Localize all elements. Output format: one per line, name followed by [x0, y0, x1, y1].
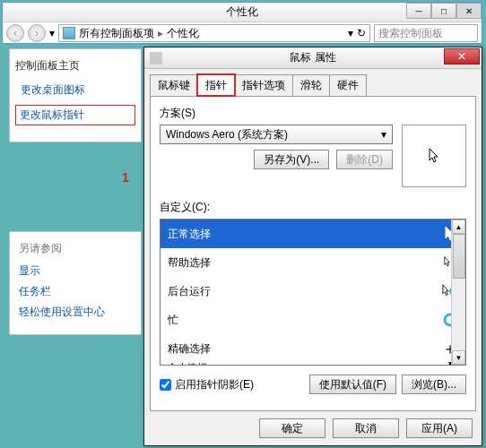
- list-item[interactable]: 精确选择 ＋: [161, 334, 465, 363]
- apply-button[interactable]: 应用(A): [406, 418, 473, 438]
- list-item-label: 后台运行: [168, 284, 211, 299]
- breadcrumb-root[interactable]: 所有控制面板项: [79, 26, 154, 41]
- window-controls: ─ □ ✕: [406, 3, 482, 19]
- dialog-icon: [150, 52, 162, 65]
- list-item[interactable]: 忙: [161, 306, 465, 334]
- cursor-preview-box: [402, 125, 466, 187]
- list-item-label: 帮助选择: [168, 255, 211, 271]
- scroll-down-icon[interactable]: ▼: [452, 350, 465, 365]
- tab-pointers[interactable]: 指针: [197, 74, 235, 96]
- see-also-panel: 另请参阅 显示 任务栏 轻松使用设置中心: [9, 231, 142, 335]
- address-bar[interactable]: 所有控制面板项 ▸ 个性化 ▾ ↻: [58, 24, 370, 42]
- address-dropdown-icon[interactable]: ▾: [348, 27, 353, 39]
- list-item[interactable]: 后台运行: [161, 277, 465, 306]
- annotation-1: 1: [122, 170, 129, 185]
- window-title: 个性化: [226, 4, 258, 20]
- tab-pointer-options[interactable]: 指针选项: [234, 74, 293, 96]
- scroll-thumb[interactable]: [453, 234, 465, 279]
- checkbox-label: 启用指针阴影(E): [175, 377, 254, 392]
- checkbox-input[interactable]: [160, 379, 171, 391]
- refresh-icon[interactable]: ↻: [357, 27, 366, 39]
- list-item[interactable]: 帮助选择 ?: [161, 248, 465, 277]
- left-link-mouse-pointers[interactable]: 更改鼠标指针: [15, 105, 135, 125]
- search-placeholder: 搜索控制面板: [378, 26, 443, 41]
- arrow-cursor-icon: [428, 148, 440, 164]
- tab-strip: 鼠标键 指针 指针选项 滑轮 硬件 2: [150, 74, 476, 96]
- tab-body: 方案(S) Windows Aero (系统方案) ▾ 另存为(V)... 删除…: [150, 96, 476, 411]
- left-panel-title: 控制面板主页: [15, 58, 135, 73]
- ok-button[interactable]: 确定: [259, 418, 325, 438]
- minimize-button[interactable]: ─: [406, 3, 431, 19]
- browse-button[interactable]: 浏览(B)...: [402, 375, 466, 394]
- left-nav-panel: 控制面板主页 更改桌面图标 更改鼠标指针: [9, 48, 142, 142]
- tab-hardware[interactable]: 硬件: [329, 74, 367, 96]
- customize-label: 自定义(C):: [160, 200, 466, 215]
- tab-buttons[interactable]: 鼠标键: [150, 74, 198, 96]
- dialog-footer: 确定 取消 应用(A): [259, 418, 473, 438]
- cancel-button[interactable]: 取消: [333, 418, 399, 438]
- list-item-label: 文本选择: [168, 361, 207, 366]
- scheme-label: 方案(S): [160, 106, 466, 121]
- nav-back-button[interactable]: ‹: [6, 24, 24, 42]
- dialog-titlebar: 鼠标 属性 ✕: [144, 47, 482, 69]
- dialog-title: 鼠标 属性: [290, 50, 335, 65]
- list-item[interactable]: 文本选择 I: [161, 363, 465, 366]
- use-default-button[interactable]: 使用默认值(F): [309, 375, 396, 394]
- scheme-select[interactable]: Windows Aero (系统方案) ▾: [160, 125, 393, 144]
- see-also-taskbar[interactable]: 任务栏: [19, 284, 132, 299]
- folder-icon: [63, 27, 75, 39]
- tab-wheel[interactable]: 滑轮: [292, 74, 330, 96]
- list-item-label: 忙: [168, 313, 178, 328]
- search-input[interactable]: 搜索控制面板: [374, 24, 478, 42]
- nav-history-dropdown[interactable]: ▾: [49, 27, 55, 39]
- breadcrumb-sep-icon: ▸: [158, 27, 163, 39]
- chevron-down-icon: ▾: [381, 128, 386, 141]
- see-also-ease[interactable]: 轻松使用设置中心: [19, 305, 132, 320]
- mouse-properties-dialog: 鼠标 属性 ✕ 鼠标键 指针 指针选项 滑轮 硬件 2 方案(S) Window…: [143, 47, 482, 446]
- pointer-shadow-checkbox[interactable]: 启用指针阴影(E): [160, 377, 254, 392]
- cursor-listbox[interactable]: 正常选择 帮助选择 ? 后台运行 忙 精确选择 ＋ 文本选择 I: [160, 219, 466, 366]
- nav-forward-button[interactable]: ›: [28, 24, 46, 42]
- window-titlebar: 个性化 ─ □ ✕: [3, 3, 482, 22]
- list-item-label: 精确选择: [168, 341, 211, 357]
- scroll-up-icon[interactable]: ▲: [452, 220, 465, 234]
- breadcrumb-current[interactable]: 个性化: [167, 26, 199, 41]
- dialog-close-button[interactable]: ✕: [444, 48, 480, 65]
- delete-button: 删除(D): [336, 150, 393, 169]
- left-link-desktop-icons[interactable]: 更改桌面图标: [21, 82, 135, 98]
- scrollbar[interactable]: ▲ ▼: [451, 220, 465, 365]
- personalization-window: 个性化 ─ □ ✕ ‹ › ▾ 所有控制面板项 ▸ 个性化 ▾ ↻ 搜索控制面板: [2, 2, 482, 44]
- list-item-label: 正常选择: [168, 227, 211, 242]
- save-as-button[interactable]: 另存为(V)...: [254, 150, 329, 169]
- see-also-display[interactable]: 显示: [19, 263, 132, 279]
- see-also-heading: 另请参阅: [19, 241, 132, 256]
- nav-toolbar: ‹ › ▾ 所有控制面板项 ▸ 个性化 ▾ ↻ 搜索控制面板: [3, 22, 482, 44]
- close-button[interactable]: ✕: [456, 3, 482, 19]
- maximize-button[interactable]: □: [431, 3, 456, 19]
- list-item[interactable]: 正常选择: [161, 220, 465, 248]
- scheme-value: Windows Aero (系统方案): [166, 127, 288, 142]
